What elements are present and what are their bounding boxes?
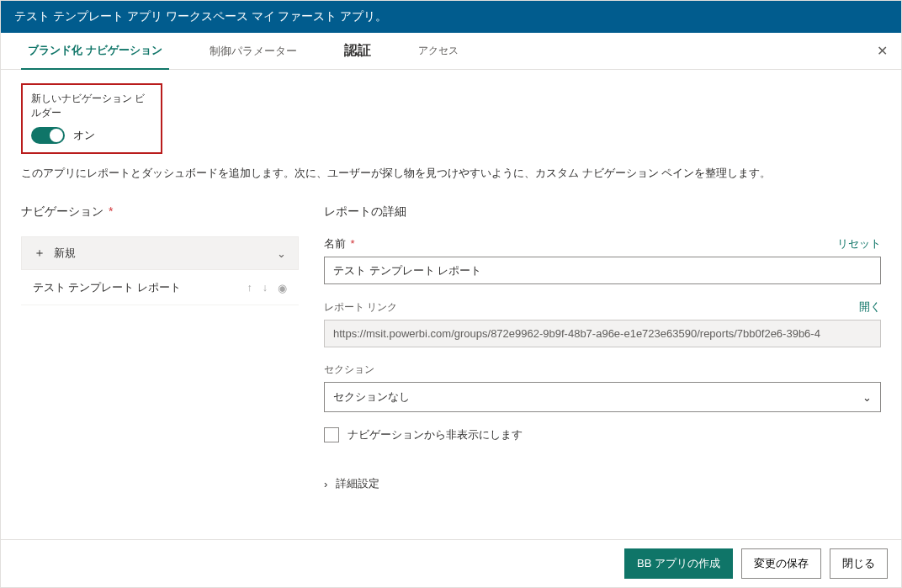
nav-builder-highlight: 新しいナビゲーション ビルダー オン bbox=[21, 83, 162, 154]
section-select[interactable]: セクションなし ⌄ bbox=[324, 382, 881, 412]
move-up-icon[interactable]: ↑ bbox=[247, 282, 252, 294]
header-title: テスト テンプレート アプリ ワークスペース マイ ファースト アプリ。 bbox=[14, 9, 387, 23]
visibility-icon[interactable]: ◉ bbox=[278, 282, 287, 294]
nav-builder-label: 新しいナビゲーション ビルダー bbox=[31, 92, 152, 120]
dialog-header: テスト テンプレート アプリ ワークスペース マイ ファースト アプリ。 bbox=[1, 1, 901, 33]
report-link-field: https://msit.powerbi.com/groups/872e9962… bbox=[324, 320, 881, 347]
open-link[interactable]: 開く bbox=[859, 299, 881, 315]
close-icon[interactable]: ✕ bbox=[877, 43, 888, 59]
tab-bar: ブランド化 ナビゲーション 制御パラメーター 認証 アクセス ✕ bbox=[1, 33, 901, 70]
hide-from-nav-checkbox[interactable] bbox=[324, 427, 339, 442]
save-changes-button[interactable]: 変更の保存 bbox=[741, 548, 821, 579]
navigation-section-title: ナビゲーション * bbox=[21, 204, 299, 220]
name-input[interactable] bbox=[324, 257, 881, 284]
advanced-settings-toggle[interactable]: › 詳細設定 bbox=[324, 476, 881, 491]
nav-list-item[interactable]: テスト テンプレート レポート ↑ ↓ ◉ bbox=[21, 272, 299, 305]
description-text: このアプリにレポートとダッシュボードを追加します。次に、ユーザーが探し物を見つけ… bbox=[21, 166, 881, 181]
tab-branding-navigation[interactable]: ブランド化 ナビゲーション bbox=[21, 33, 169, 70]
create-app-button[interactable]: BB アプリの作成 bbox=[624, 548, 733, 579]
move-down-icon[interactable]: ↓ bbox=[263, 282, 268, 294]
tab-control-parameters[interactable]: 制御パラメーター bbox=[203, 33, 304, 70]
tab-authentication[interactable]: 認証 bbox=[337, 33, 378, 70]
chevron-down-icon: ⌄ bbox=[862, 391, 872, 404]
new-nav-item-button[interactable]: ＋新規 ⌄ bbox=[21, 236, 299, 270]
name-label: 名前 bbox=[324, 237, 346, 250]
plus-icon: ＋ bbox=[34, 246, 45, 259]
hide-from-nav-label: ナビゲーションから非表示にします bbox=[348, 427, 523, 442]
nav-item-label: テスト テンプレート レポート bbox=[33, 281, 181, 295]
report-link-label: レポート リンク bbox=[324, 300, 397, 315]
dialog-footer: BB アプリの作成 変更の保存 閉じる bbox=[1, 539, 901, 587]
close-button[interactable]: 閉じる bbox=[830, 548, 888, 579]
report-details-title: レポートの詳細 bbox=[324, 204, 881, 220]
nav-builder-state: オン bbox=[73, 128, 95, 143]
chevron-right-icon: › bbox=[324, 478, 327, 490]
nav-builder-toggle[interactable] bbox=[31, 127, 65, 144]
section-label: セクション bbox=[324, 363, 374, 377]
reset-link[interactable]: リセット bbox=[837, 236, 881, 252]
chevron-down-icon: ⌄ bbox=[277, 247, 286, 260]
tab-access[interactable]: アクセス bbox=[411, 33, 465, 70]
